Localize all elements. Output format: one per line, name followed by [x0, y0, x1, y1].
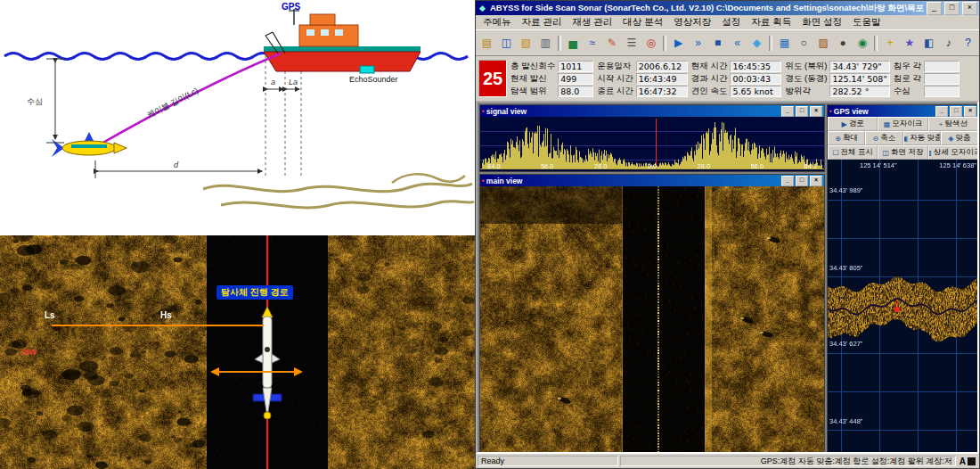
layback-dimension-label: d — [174, 160, 179, 169]
button-label: 경로 — [849, 119, 864, 129]
notes-icon[interactable]: ☰ — [622, 34, 641, 53]
info-group-dates: 운용일자 2006.6.12 시작 시간 16:43:49 종료 시간 16:4… — [597, 61, 688, 97]
towfish-icon — [252, 305, 282, 423]
monitor-icon[interactable]: ◧ — [919, 34, 938, 53]
minimize-button[interactable]: _ — [781, 106, 794, 117]
satellite-icon[interactable]: ★ — [900, 34, 919, 53]
seafloor-sonar-image — [0, 235, 475, 469]
menu-help[interactable]: 도움말 — [847, 15, 886, 29]
sonar-waterfall-canvas[interactable] — [480, 186, 824, 454]
toolbar-separator — [874, 36, 878, 51]
open-file-icon[interactable]: ▤ — [478, 34, 496, 53]
ime-square-icon — [968, 457, 976, 465]
folder-icon[interactable]: ▧ — [517, 34, 535, 53]
sound-icon[interactable]: ♪ — [939, 34, 958, 53]
ping-counter: 25 — [478, 60, 507, 97]
close-button[interactable]: × — [810, 106, 822, 117]
menu-image-save[interactable]: 영상저장 — [668, 15, 716, 29]
info-label: 총 발신회수 — [510, 61, 555, 72]
app-icon: ◆ — [478, 4, 487, 13]
close-button[interactable]: × — [962, 2, 977, 15]
show-all-button[interactable]: ☐ 전체 표시 — [828, 145, 878, 160]
gps-label: GPS — [282, 2, 300, 12]
info-group-counts: 총 발신회수 1011 현재 발신 499 탐색 범위 88.0 — [510, 61, 593, 97]
info-value: 499 — [558, 73, 593, 85]
auto-fit-button[interactable]: ▣ 자동 맞춤 — [903, 131, 941, 145]
lat-label: 34.43' 805" — [829, 264, 862, 272]
info-group-attitude: 침우 각 침로 각 수심 — [894, 61, 960, 97]
info-value: 2006.6.12 — [636, 61, 688, 72]
play-icon[interactable]: ▶ — [669, 34, 688, 53]
gps-toolbar-row3: ☐ 전체 표시 ◫ 화면 저장 ▩ 상세 모자이크 — [828, 145, 978, 160]
detail-mosaic-button[interactable]: ▩ 상세 모자이크 — [928, 145, 978, 160]
menu-playback[interactable]: 재생 관리 — [567, 15, 617, 29]
maximize-button[interactable]: □ — [944, 2, 960, 15]
info-value: 16:43:49 — [636, 73, 688, 85]
info-label: 방위각 — [785, 86, 827, 97]
towfish-path-label: 탐사체 진행 경로 — [216, 285, 293, 300]
signal-view-icon: ▪ — [482, 108, 485, 115]
lon-label: 125 14' 390" — [860, 452, 897, 454]
minimize-button[interactable]: _ — [935, 106, 948, 117]
dim-a-label: a — [271, 78, 275, 86]
info-label: 시작 시간 — [597, 73, 633, 85]
ime-letter: A — [960, 457, 966, 466]
toolbar: ▤◫▧▥▅≈✎☰◎▶»■«◆▦○▨●◉+★◧♪? — [476, 29, 979, 56]
zoom-in-button[interactable]: ⊕ 확대 — [828, 131, 865, 145]
menu-screen[interactable]: 화면 설정 — [796, 15, 847, 29]
save-screen-button[interactable]: ◫ 화면 저장 — [878, 145, 927, 160]
menu-acquisition[interactable]: 자료 획득 — [746, 15, 796, 29]
palette-icon[interactable]: ▨ — [814, 34, 833, 53]
camera-icon[interactable]: ● — [834, 34, 853, 53]
globe-icon[interactable]: ◉ — [853, 34, 872, 53]
rewind-icon[interactable]: « — [728, 34, 747, 53]
minimize-button[interactable]: _ — [927, 2, 942, 15]
menu-main[interactable]: 주메뉴 — [478, 15, 517, 29]
maximize-button[interactable]: □ — [796, 176, 808, 186]
info-group-position: 위도 (북위) 34.43' 729" 경도 (동경) 125.14' 508"… — [785, 61, 889, 97]
edit-icon[interactable]: ✎ — [603, 34, 622, 53]
gps-fix-icon[interactable]: + — [880, 34, 899, 53]
help-icon[interactable]: ? — [959, 34, 977, 53]
target-icon[interactable]: ◎ — [641, 34, 660, 53]
zoom-out-button[interactable]: ⊖ 축소 — [865, 131, 902, 145]
signal-view-titlebar[interactable]: ▪ signal view _ □ × — [480, 105, 824, 117]
maximize-button[interactable]: □ — [950, 106, 962, 117]
main-view-window: ▪ main view _ □ × — [479, 174, 825, 454]
hs-label: Hs — [160, 310, 172, 320]
seabed-lines — [203, 174, 474, 208]
maximize-button[interactable]: □ — [796, 106, 808, 117]
main-view-title: main view — [486, 177, 523, 185]
menu-data-manage[interactable]: 자료 관리 — [517, 15, 568, 29]
close-button[interactable]: × — [810, 176, 822, 186]
fast-forward-icon[interactable]: » — [689, 34, 707, 53]
main-view-titlebar[interactable]: ▪ main view _ □ × — [480, 175, 824, 186]
stop-icon[interactable]: ■ — [708, 34, 727, 53]
save-file-icon[interactable]: ◫ — [497, 34, 516, 53]
print-icon[interactable]: ▥ — [536, 34, 555, 53]
search-line-button[interactable]: + 탐색선 — [928, 117, 978, 131]
window-title: ABYSS for Side Scan Sonar (SonarTech Co.… — [490, 3, 924, 14]
info-label: 경도 (동경) — [785, 73, 827, 85]
zoom-in-icon: ⊕ — [835, 135, 841, 143]
info-group-times: 현재 시간 16:45:35 경과 시간 00:03:43 견인 속도 5.65… — [691, 61, 782, 97]
gps-map-canvas[interactable] — [828, 160, 978, 454]
zoom-icon[interactable]: ○ — [795, 34, 813, 53]
chart-icon[interactable]: ▅ — [564, 34, 583, 53]
ls-label: Ls — [45, 310, 55, 320]
close-button[interactable]: × — [964, 106, 976, 117]
freeze-icon[interactable]: ◆ — [747, 34, 766, 53]
signal-icon[interactable]: ≈ — [584, 34, 602, 53]
route-button[interactable]: ▶ 경로 — [828, 117, 878, 131]
info-value: 1011 — [558, 61, 593, 72]
mosaic-button[interactable]: ▦ 모자이크 — [878, 117, 927, 131]
menu-target[interactable]: 대상 분석 — [617, 15, 668, 29]
info-label: 경과 시간 — [691, 73, 728, 85]
window-titlebar[interactable]: ◆ ABYSS for Side Scan Sonar (SonarTech C… — [476, 1, 979, 15]
minimize-button[interactable]: _ — [781, 176, 794, 186]
gps-view-titlebar[interactable]: ▪ GPS view _ □ × — [828, 105, 978, 117]
menu-settings[interactable]: 설정 — [716, 15, 746, 29]
info-label: 현재 발신 — [510, 73, 555, 85]
grid-icon[interactable]: ▦ — [775, 34, 794, 53]
fit-button[interactable]: ◈ 맞춤 — [941, 131, 978, 145]
